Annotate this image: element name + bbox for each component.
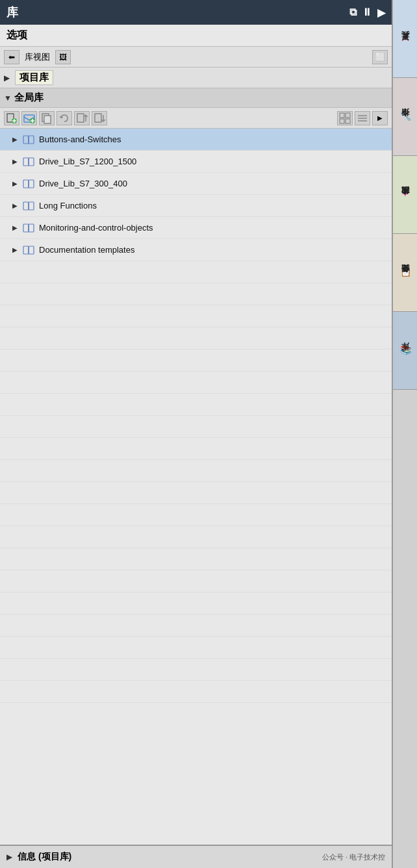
tree-item-documentation[interactable]: ▶ Documentation templates (0, 239, 392, 261)
view-label: 库视图 (25, 51, 50, 63)
right-sidebar: A 工具栏 🔧 指令 ✦ 技术功能 📋 文档任务 📚 库 (392, 0, 417, 868)
lib-btn-copy[interactable] (39, 111, 55, 125)
lib-btn-import[interactable] (92, 111, 107, 125)
expand-drive-lib-1200[interactable]: ▶ (10, 157, 19, 166)
empty-row-9 (0, 438, 392, 460)
svg-rect-28 (29, 180, 34, 188)
bottom-bar-chevron[interactable]: ▶ (6, 852, 12, 862)
svg-rect-10 (77, 114, 84, 122)
title-bar: 库 ⧉ ⏸ ▶ (0, 0, 392, 25)
lib-btn-undo[interactable] (57, 111, 72, 125)
lib-btn-list[interactable] (355, 111, 370, 125)
svg-rect-27 (23, 180, 29, 188)
window-button[interactable]: ⬜ (372, 50, 388, 64)
empty-area (0, 261, 392, 703)
sidebar-tab-instruction[interactable]: 🔧 指令 (393, 78, 417, 156)
back-icon: ⬅ (8, 53, 15, 62)
sidebar-tab-tasks[interactable]: 📋 文档任务 (393, 234, 417, 312)
sidebar-tab-tech[interactable]: ✦ 技术功能 (393, 156, 417, 234)
expand-drive-lib-300[interactable]: ▶ (10, 179, 19, 188)
back-button[interactable]: ⬅ (4, 50, 19, 64)
empty-row-3 (0, 305, 392, 327)
title-bar-icons: ⧉ ⏸ ▶ (349, 6, 385, 19)
book-icon-4 (23, 201, 34, 211)
svg-rect-14 (340, 113, 344, 118)
icon-documentation (22, 244, 35, 256)
project-lib-label: 项目库 (15, 70, 53, 85)
export-icon (76, 112, 88, 124)
icon-buttons-switches (22, 134, 35, 146)
expand-icon[interactable]: ▶ (377, 6, 385, 19)
tree-item-long-functions[interactable]: ▶ Long Functions (0, 195, 392, 217)
project-lib-chevron: ▶ (4, 73, 10, 83)
open-icon (23, 112, 35, 124)
empty-row-12 (0, 504, 392, 526)
svg-rect-17 (346, 119, 350, 123)
empty-row-20 (0, 681, 392, 703)
lib-btn-new[interactable] (4, 111, 19, 125)
expand-long-functions[interactable]: ▶ (10, 201, 19, 211)
icon-long-functions (22, 200, 35, 212)
empty-row-5 (0, 350, 392, 372)
lib-btn-open[interactable] (21, 111, 37, 125)
tree-item-drive-lib-1200[interactable]: ▶ Drive_Lib_S7_1200_1500 (0, 151, 392, 173)
empty-row-10 (0, 460, 392, 482)
book-icon-3 (23, 179, 34, 188)
list-icon (357, 112, 368, 124)
tile-icon[interactable]: ⧉ (349, 6, 357, 18)
tree-item-monitoring[interactable]: ▶ Monitoring-and-control-objects (0, 217, 392, 239)
lib-btn-export[interactable] (74, 111, 90, 125)
project-lib-header[interactable]: ▶ 项目库 (0, 68, 392, 88)
empty-row-1 (0, 261, 392, 283)
toolbar-right: ⬜ (372, 50, 388, 64)
svg-rect-21 (23, 136, 29, 144)
view-toolbar: ⬅ 库视图 🖼 ⬜ (0, 47, 392, 68)
window-icon: ⬜ (375, 53, 385, 62)
tree-container: ▶ Buttons-and-Switches ▶ Drive_Lib_S (0, 129, 392, 845)
label-documentation: Documentation templates (39, 245, 134, 255)
global-lib-chevron: ▼ (4, 94, 12, 103)
svg-rect-24 (23, 158, 29, 166)
new-icon (6, 112, 18, 124)
svg-rect-30 (23, 202, 29, 210)
svg-rect-37 (29, 246, 34, 254)
lib-btn-grid[interactable] (337, 111, 353, 125)
book-icon-6 (23, 246, 34, 255)
more-icon: ▶ (377, 114, 383, 121)
label-monitoring: Monitoring-and-control-objects (39, 223, 153, 233)
image-button[interactable]: 🖼 (55, 50, 71, 64)
sidebar-tab-toolbar[interactable]: A 工具栏 (393, 0, 417, 78)
watermark: 公众号 · 电子技术控 (322, 852, 385, 862)
columns-icon[interactable]: ⏸ (362, 6, 372, 18)
options-label: 选项 (6, 29, 27, 42)
label-drive-lib-1200: Drive_Lib_S7_1200_1500 (39, 157, 136, 166)
global-lib-header[interactable]: ▼ 全局库 (0, 88, 392, 108)
svg-rect-22 (29, 136, 34, 144)
empty-row-13 (0, 526, 392, 548)
label-drive-lib-300: Drive_Lib_S7_300_400 (39, 179, 127, 188)
lib-btn-more[interactable]: ▶ (372, 111, 388, 125)
empty-row-14 (0, 548, 392, 570)
tree-item-buttons-switches[interactable]: ▶ Buttons-and-Switches (0, 129, 392, 151)
empty-row-2 (0, 283, 392, 305)
svg-rect-25 (29, 158, 34, 166)
tree-item-drive-lib-300[interactable]: ▶ Drive_Lib_S7_300_400 (0, 173, 392, 195)
title-label: 库 (6, 5, 18, 20)
empty-row-16 (0, 593, 392, 615)
undo-icon (58, 112, 70, 124)
import-icon (94, 112, 105, 124)
expand-monitoring[interactable]: ▶ (10, 223, 19, 233)
empty-row-8 (0, 416, 392, 438)
empty-row-11 (0, 482, 392, 504)
empty-row-7 (0, 394, 392, 416)
expand-documentation[interactable]: ▶ (10, 246, 19, 255)
image-icon: 🖼 (59, 53, 67, 62)
empty-row-4 (0, 327, 392, 350)
expand-buttons-switches[interactable]: ▶ (10, 135, 19, 144)
empty-row-18 (0, 637, 392, 659)
empty-row-6 (0, 372, 392, 394)
main-panel: 库 ⧉ ⏸ ▶ 选项 ⬅ 库视图 🖼 ⬜ ▶ 项目库 ▼ 全局库 (0, 0, 392, 868)
icon-monitoring (22, 222, 35, 234)
svg-rect-36 (23, 246, 29, 254)
sidebar-tab-library[interactable]: 📚 库 (393, 312, 417, 390)
